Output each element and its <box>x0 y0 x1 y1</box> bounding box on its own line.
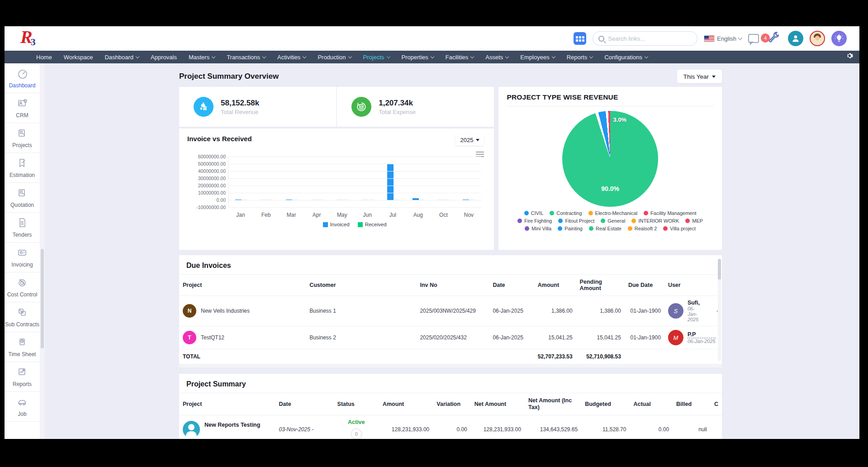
column-header-pending-amount[interactable]: Pending Amount <box>576 275 625 296</box>
nav-item-workspace[interactable]: Workspace <box>64 54 93 61</box>
gridline <box>228 178 481 179</box>
legend-dot <box>589 226 593 231</box>
nav-item-approvals[interactable]: Approvals <box>151 54 177 61</box>
nav-item-projects[interactable]: Projects <box>363 54 390 61</box>
billed-cell: null <box>673 415 711 439</box>
column-header-user[interactable]: User <box>664 275 722 296</box>
pie-legend-label: Mini Villa <box>531 226 551 231</box>
support-tools-icon[interactable]: 4 <box>765 31 782 46</box>
nav-item-facilities[interactable]: Facilities <box>446 54 474 61</box>
column-header-project[interactable]: Project <box>179 393 275 415</box>
profile-icon[interactable] <box>788 31 803 46</box>
pie-legend-mini-villa: Mini Villa <box>525 226 551 231</box>
column-header-project[interactable]: Project <box>179 275 306 296</box>
column-header-status[interactable]: Status <box>334 393 379 415</box>
sidebar-item-label: Sub Contracts <box>5 322 39 328</box>
project-cell: NNew Veils Industries <box>179 296 306 326</box>
nav-item-employees[interactable]: Employees <box>520 54 555 61</box>
user-cell-wrap: SSufi,06-Jan-2025- <box>664 296 722 326</box>
nav-item-assets[interactable]: Assets <box>485 54 508 61</box>
sidebar-item-quotation[interactable]: Quotation <box>5 183 40 213</box>
month-label: Jul <box>380 212 405 218</box>
table-row[interactable]: NNew Veils IndustriesBusiness 12025/003N… <box>179 296 722 326</box>
y-axis-tick: 50000000.00 <box>198 161 226 167</box>
stats-panel: 58,152.58k Total Revenue 1,207.34k <box>179 87 494 127</box>
status-badge: Active <box>337 419 375 425</box>
chat-icon[interactable] <box>748 34 759 43</box>
table-row[interactable]: TTestQT12Business 22025/020/2025/43206-J… <box>179 326 722 349</box>
nav-item-configurations[interactable]: Configurations <box>604 54 648 61</box>
column-header-date[interactable]: Date <box>489 275 534 296</box>
pie-legend-label: Facility Management <box>650 210 697 216</box>
sidebar-item-tenders[interactable]: Tenders <box>5 213 40 243</box>
language-label: English <box>717 35 736 42</box>
sidebar-item-label: Dashboard <box>9 83 36 89</box>
column-header-date[interactable]: Date <box>275 393 334 415</box>
column-header-net-amount-inc-tax-[interactable]: Net Amount (Inc Tax) <box>525 393 581 415</box>
column-header-billed[interactable]: Billed <box>673 393 711 415</box>
nav-item-dashboard[interactable]: Dashboard <box>104 54 139 61</box>
nav-item-label: Activities <box>277 54 300 61</box>
support-agent-avatar[interactable] <box>810 31 825 46</box>
nav-item-activities[interactable]: Activities <box>277 54 306 61</box>
search-box[interactable] <box>593 31 697 46</box>
sidebar-item-label: Tenders <box>13 232 32 238</box>
sidebar-scrollbar[interactable] <box>40 63 45 439</box>
idea-bulb-icon[interactable] <box>831 31 847 46</box>
period-filter-button[interactable]: This Year <box>677 70 722 83</box>
column-header-actual[interactable]: Actual <box>630 393 673 415</box>
column-header-customer[interactable]: Customer <box>306 275 416 296</box>
chevron-down-icon <box>431 55 434 58</box>
pie-legend-general: General <box>601 218 625 224</box>
sidebar-item-sub-contracts[interactable]: Sub Contracts <box>5 302 40 332</box>
table-row[interactable]: New Reports Testing03-Nov-2025 -Active01… <box>179 415 722 439</box>
sidebar-item-estimation[interactable]: Estimation <box>5 153 40 183</box>
nav-item-label: Facilities <box>446 54 469 61</box>
settings-gear-icon[interactable] <box>846 52 854 62</box>
gridline <box>228 164 481 164</box>
nav-item-masters[interactable]: Masters <box>189 54 215 61</box>
sidebar-item-cost-control[interactable]: Cost Control <box>5 272 40 302</box>
search-input[interactable] <box>608 35 692 42</box>
net-amount-inc-tax-cell: 134,643,529.65 <box>525 415 581 439</box>
column-header-due-date[interactable]: Due Date <box>625 275 664 296</box>
invoicing-icon <box>16 247 28 260</box>
r3-logo[interactable]: R 3 <box>20 29 36 48</box>
language-selector[interactable]: English <box>704 35 742 42</box>
nav-item-properties[interactable]: Properties <box>402 54 434 61</box>
sidebar-item-dashboard[interactable]: Dashboard <box>5 63 40 93</box>
sidebar-item-projects[interactable]: Projects <box>5 123 40 153</box>
nav-item-production[interactable]: Production <box>318 54 351 61</box>
revenue-pie-chart[interactable] <box>562 111 658 207</box>
column-header-budgeted[interactable]: Budgeted <box>581 393 630 415</box>
nav-item-label: Properties <box>402 54 428 61</box>
budgeted-cell: 11,528.70 <box>581 415 630 439</box>
legend-dot <box>558 226 562 231</box>
month-label: Oct <box>431 212 456 218</box>
column-header-amount[interactable]: Amount <box>534 275 576 296</box>
apps-grid-icon[interactable] <box>574 32 586 45</box>
sidebar-item-invoicing[interactable]: Invoicing <box>5 243 40 272</box>
sidebar-item-job[interactable]: Job <box>5 392 40 422</box>
horizontal-scrollbar[interactable] <box>179 364 722 367</box>
chart-year-dropdown[interactable]: 2025 <box>455 134 484 146</box>
customer-cell: Business 2 <box>306 326 416 349</box>
total-revenue-value: 58,152.58k <box>221 99 259 108</box>
column-header-c[interactable]: C <box>711 393 722 415</box>
invoiced-bar[interactable] <box>387 164 394 200</box>
nav-item-label: Masters <box>189 54 209 61</box>
pie-legend-label: General <box>607 218 625 224</box>
nav-item-transactions[interactable]: Transactions <box>227 54 266 61</box>
column-header-net-amount[interactable]: Net Amount <box>471 393 525 415</box>
sidebar-item-reports[interactable]: Reports <box>5 362 40 392</box>
column-header-inv-no[interactable]: Inv No <box>416 275 489 296</box>
sidebar-item-time-sheet[interactable]: Time Sheet <box>5 332 40 362</box>
nav-item-reports[interactable]: Reports <box>567 54 593 61</box>
chevron-down-icon <box>348 55 351 58</box>
nav-item-home[interactable]: Home <box>36 54 52 61</box>
column-header-variation[interactable]: Variation <box>433 393 470 415</box>
due-invoices-scrollbar[interactable] <box>718 259 721 361</box>
sidebar-item-crm[interactable]: CRM <box>5 93 40 123</box>
due-invoices-panel: Due Invoices ProjectCustomerInv NoDateAm… <box>179 255 722 367</box>
column-header-amount[interactable]: Amount <box>379 393 433 415</box>
